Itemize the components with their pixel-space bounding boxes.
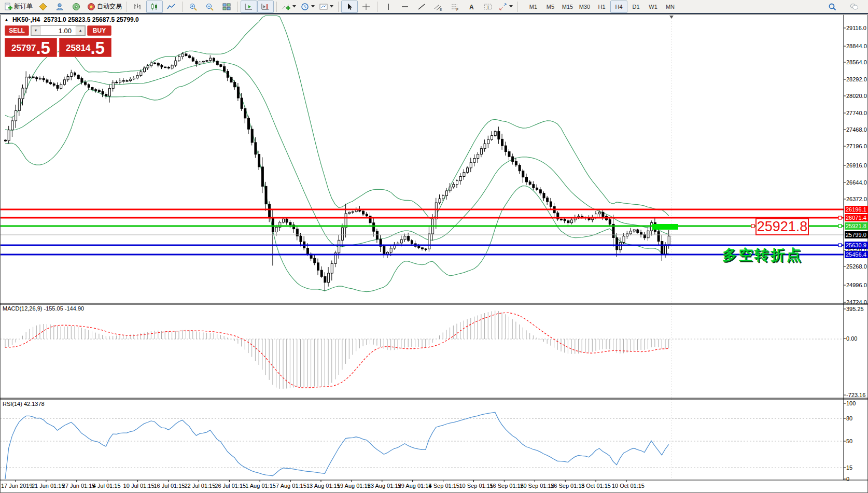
templates-button[interactable] [317,1,335,13]
tline-icon [417,3,426,11]
chat-button[interactable] [846,1,862,13]
timeframe-m30[interactable]: M30 [576,1,593,13]
chevron-down-icon [330,5,333,8]
indicators-button[interactable] [279,1,298,13]
time-axis-label: 20 Sep 01:15 [520,483,554,489]
time-axis-label: 10 Oct 01:15 [612,483,645,489]
price-axis-label: 26071.4 [845,214,868,221]
collapse-panel-icon[interactable]: ▲ [4,17,9,22]
volume-increase-button[interactable]: ▴ [76,26,85,35]
buy-button[interactable]: BUY [87,25,111,36]
rsi-axis-label: 15 [846,464,852,471]
channel-icon: E [433,3,443,11]
chevron-down-icon [292,5,296,8]
zoom-out-button[interactable] [202,1,218,13]
line-chart-button[interactable] [163,1,179,13]
toolbar-separator [182,2,183,12]
buy-price-main: 25814 [66,41,90,55]
time-axis-label: 16 Jul 01:15 [154,483,185,489]
chart-header: ▲ HK50-,H4 25731.0 25823.5 25687.5 25799… [4,16,139,23]
candlestick-chart-button[interactable] [146,1,163,13]
buy-price[interactable]: 25814.5 [59,38,111,57]
time-axis-label: 17 Jun 2019 [1,483,33,489]
time-axis-label: 10 Sep 01:15 [459,483,493,489]
zoom-out-icon [205,3,215,11]
time-axis-label: 23 Aug 01:15 [368,483,401,489]
new-order-button-label: 新订单 [14,2,33,11]
profile-button[interactable] [51,1,68,13]
volume-decrease-button[interactable]: ▾ [31,26,40,35]
bars-icon [133,3,143,11]
time-axis-label: 29 Aug 01:15 [398,483,432,489]
timeframe-mn[interactable]: MN [662,1,679,13]
periods-button[interactable] [298,1,317,13]
price-level-callout[interactable]: 25921.8 [755,218,809,235]
sell-button[interactable]: SELL [5,25,29,36]
cursor-button[interactable] [341,1,358,13]
zoom-in-icon [189,3,198,11]
time-axis-label: 4 Jul 01:15 [93,483,121,489]
toolbar-separator [517,2,518,12]
time-axis-label: 21 Jun 01:15 [32,483,65,489]
new-order-button[interactable]: 新订单 [2,1,35,13]
timeframe-m1[interactable]: M1 [525,1,542,13]
one-click-trading-panel: SELL ▾ 1.00 ▴ BUY 25797.5 25814.5 [5,25,111,57]
timeframe-w1[interactable]: W1 [645,1,662,13]
volume-value[interactable]: 1.00 [40,26,76,35]
chart-symbol-period: HK50-,H4 [12,16,40,23]
time-axis-label: 13 Aug 01:15 [306,483,340,489]
search-button[interactable] [824,1,841,13]
timeframe-h4[interactable]: H4 [610,1,627,13]
time-axis-label: 26 Sep 01:15 [551,483,584,489]
signals-button[interactable] [68,1,85,13]
rsi-axis-label: 50 [846,438,852,445]
tile-icon [222,3,231,11]
rsi-indicator-label: RSI(14) 42.1378 [3,401,45,407]
buy-price-frac: .5 [90,40,105,56]
price-axis-label: 29116.0 [846,24,866,32]
toolbar-separator [338,2,339,12]
timeframe-m15[interactable]: M15 [559,1,576,13]
timeframe-group: M1M5M15M30H1H4D1W1MN [525,1,679,13]
vline-icon [384,3,393,11]
horizontal-line-button[interactable] [397,1,413,13]
trend-line-button[interactable] [413,1,430,13]
diamond-icon [38,3,48,11]
text-label-button[interactable]: T [480,1,496,13]
time-axis-label: 26 Jul 01:15 [215,483,246,489]
cursor-icon [345,3,354,11]
toolbar: 新订单自动交易EFATM1M5M15M30H1H4D1W1MN [0,0,868,14]
crosshair-icon [361,3,371,11]
timeframe-h1[interactable]: H1 [593,1,610,13]
textT-icon: T [483,3,493,11]
price-axis-label: 28292.0 [846,76,867,83]
price-axis-label: 24724.0 [846,299,867,306]
metaeditor-button[interactable] [35,1,51,13]
search-icon [828,3,837,11]
rsi-axis-label: 100 [846,400,856,407]
time-axis-label: 3 Oct 01:15 [581,483,611,489]
equidistant-channel-button[interactable]: E [430,1,446,13]
chart-ohlc: 25731.0 25823.5 25687.5 25799.0 [44,16,139,23]
fibonacci-button[interactable]: F [446,1,463,13]
vertical-line-button[interactable] [380,1,397,13]
ind-icon [282,3,291,11]
text-button[interactable]: A [463,1,480,13]
sell-price[interactable]: 25797.5 [5,38,57,57]
bar-chart-button[interactable] [130,1,146,13]
timeframe-d1[interactable]: D1 [627,1,645,13]
signal-icon [72,3,81,11]
doc-plus-icon [4,3,13,11]
price-axis-label: 28844.0 [846,43,867,50]
textA-icon: A [467,3,476,11]
tile-windows-button[interactable] [218,1,235,13]
auto-scroll-button[interactable] [241,1,257,13]
arrows-button[interactable] [496,1,515,13]
price-axis-label: 27196.0 [846,143,867,150]
price-axis-label: 27740.0 [846,109,867,117]
autotrading-button[interactable]: 自动交易 [85,1,124,13]
chart-shift-button[interactable] [257,1,274,13]
crosshair-button[interactable] [358,1,374,13]
timeframe-m5[interactable]: M5 [542,1,559,13]
zoom-in-button[interactable] [185,1,202,13]
